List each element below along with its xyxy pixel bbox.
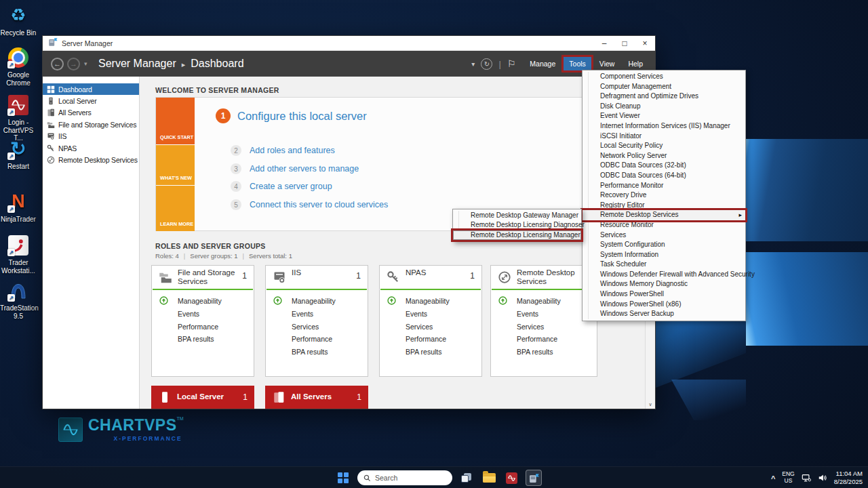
back-icon[interactable]: ← (51, 58, 64, 70)
card-row-performance[interactable]: Performance (491, 333, 597, 346)
close-button[interactable]: × (635, 36, 655, 51)
sidebar-item-iis[interactable]: IIS (43, 131, 139, 142)
menubar-item-view[interactable]: View (594, 57, 620, 70)
tools-menu-item-local-security-policy[interactable]: Local Security Policy (583, 141, 745, 151)
role-card-header[interactable]: IIS1 (266, 266, 368, 289)
tools-menu-item-defragment-and-optimize-drives[interactable]: Defragment and Optimize Drives (583, 92, 745, 102)
tools-menu-item-resource-monitor[interactable]: Resource Monitor (583, 220, 745, 230)
welcome-step-configure-this-local-server[interactable]: 1Configure this local server (216, 108, 367, 123)
tools-menu-item-internet-information-services-iis-manager[interactable]: Internet Information Services (IIS) Mana… (583, 121, 745, 131)
search-input[interactable] (375, 474, 443, 482)
sidebar-item-local-server[interactable]: Local Server (43, 95, 139, 106)
card-row-bpa-results[interactable]: BPA results (152, 333, 254, 346)
sidebar-item-npas[interactable]: NPAS (43, 142, 139, 154)
tools-menu-item-windows-powershell[interactable]: Windows PowerShell (583, 289, 745, 300)
card-row-services[interactable]: Services (266, 320, 368, 333)
notifications-dropdown-icon[interactable]: ▾ (471, 60, 475, 68)
tools-menu-item-system-configuration[interactable]: System Configuration (583, 240, 745, 250)
submenu-item-remote-desktop-gateway-manager[interactable]: Remote Desktop Gateway Manager (453, 211, 581, 220)
tools-menu-item-task-scheduler[interactable]: Task Scheduler (583, 260, 745, 270)
desktop-icon-recycle-bin[interactable]: ♻Recycle Bin (0, 4, 37, 37)
start-button[interactable] (335, 470, 351, 486)
submenu-item-remote-desktop-licensing-diagnoser[interactable]: Remote Desktop Licensing Diagnoser (453, 220, 581, 230)
language-indicator[interactable]: ENG US (782, 471, 794, 485)
sidebar-item-all-servers[interactable]: All Servers (43, 107, 139, 119)
role-card-header[interactable]: NPAS1 (380, 266, 481, 289)
card-row-events[interactable]: Events (380, 308, 481, 321)
role-card-header[interactable]: File and Storage Services1 (152, 266, 254, 289)
card-row-manageability[interactable]: Manageability (266, 295, 368, 308)
card-row-manageability[interactable]: Manageability (152, 295, 254, 308)
tray-chevron-icon[interactable]: ^ (771, 474, 775, 483)
tools-menu-item-iscsi-initiator[interactable]: iSCSI Initiator (583, 131, 745, 142)
tools-menu-item-network-policy-server[interactable]: Network Policy Server (583, 151, 745, 161)
tools-menu-item-windows-powershell-x86[interactable]: Windows PowerShell (x86) (583, 300, 745, 310)
submenu-item-remote-desktop-licensing-manager[interactable]: Remote Desktop Licensing Manager (453, 230, 581, 240)
menubar-item-help[interactable]: Help (623, 57, 648, 70)
step-link[interactable]: Create a server group (250, 182, 332, 191)
card-row-manageability[interactable]: Manageability (380, 295, 481, 308)
card-row-events[interactable]: Events (266, 308, 368, 321)
tools-menu-item-remote-desktop-services[interactable]: Remote Desktop Services▸ (583, 210, 745, 220)
step-link[interactable]: Configure this local server (237, 110, 367, 123)
tools-menu-item-recovery-drive[interactable]: Recovery Drive (583, 190, 745, 201)
notifications-flag-icon[interactable]: ⚐ (507, 58, 516, 69)
card-row-bpa-results[interactable]: BPA results (491, 346, 597, 359)
status-card-local-server[interactable]: Local Server1 (151, 386, 254, 409)
tools-menu-item-event-viewer[interactable]: Event Viewer (583, 111, 745, 121)
tools-menu-item-disk-cleanup[interactable]: Disk Cleanup (583, 102, 745, 112)
desktop-icon-login-chartvps-t[interactable]: ↗Login - ChartVPS T... (0, 94, 37, 142)
welcome-step-create-a-server-group[interactable]: 4Create a server group (231, 181, 332, 192)
welcome-step-add-other-servers-to-manage[interactable]: 3Add other servers to manage (231, 163, 359, 174)
scroll-down-icon[interactable]: ∨ (646, 402, 655, 407)
step-link[interactable]: Add other servers to manage (250, 164, 359, 174)
clock[interactable]: 11:04 AM 8/28/2025 (834, 470, 863, 487)
tools-menu-item-component-services[interactable]: Component Services (583, 72, 745, 82)
desktop-icon-trader-workstati[interactable]: ↗Trader Workstati... (0, 234, 37, 274)
tools-menu-item-windows-memory-diagnostic[interactable]: Windows Memory Diagnostic (583, 279, 745, 289)
welcome-step-add-roles-and-features[interactable]: 2Add roles and features (231, 145, 335, 156)
card-row-bpa-results[interactable]: BPA results (380, 346, 481, 359)
sidebar-item-file-and-storage-services[interactable]: File and Storage Services▷ (43, 119, 139, 130)
card-row-services[interactable]: Services (491, 320, 597, 333)
sidebar-item-remote-desktop-services[interactable]: Remote Desktop Services▷ (43, 154, 139, 165)
tools-menu-item-system-information[interactable]: System Information (583, 250, 745, 260)
tools-menu-item-windows-defender-firewall-with-advanced-security[interactable]: Windows Defender Firewall with Advanced … (583, 270, 745, 280)
card-row-performance[interactable]: Performance (380, 333, 481, 346)
forward-icon[interactable]: → (67, 58, 80, 70)
tools-menu-item-services[interactable]: Services (583, 230, 745, 241)
desktop-icon-tradestation-9-5[interactable]: ↗TradeStation 9.5 (0, 279, 37, 320)
card-row-services[interactable]: Services (380, 320, 481, 333)
chartvps-taskbar-button[interactable] (503, 470, 519, 486)
desktop-icon-restart[interactable]: ↻↗Restart (0, 138, 37, 171)
card-row-events[interactable]: Events (152, 308, 254, 321)
refresh-icon[interactable]: ↻ (481, 58, 492, 70)
sidebar-item-dashboard[interactable]: Dashboard (43, 83, 139, 95)
card-row-performance[interactable]: Performance (266, 333, 368, 346)
step-link[interactable]: Add roles and features (250, 146, 335, 155)
network-icon[interactable] (802, 473, 811, 483)
card-row-bpa-results[interactable]: BPA results (266, 346, 368, 359)
minimize-button[interactable]: – (594, 36, 614, 51)
status-card-all-servers[interactable]: All Servers1 (265, 386, 368, 409)
card-row-manageability[interactable]: Manageability (491, 295, 597, 308)
task-view-button[interactable] (458, 470, 475, 486)
file-explorer-button[interactable] (481, 470, 497, 486)
desktop-icon-google-chrome[interactable]: ↗Google Chrome (0, 46, 37, 87)
history-dropdown-icon[interactable]: ▾ (84, 60, 87, 67)
volume-icon[interactable] (818, 473, 827, 483)
tools-menu-item-performance-monitor[interactable]: Performance Monitor (583, 181, 745, 191)
server-manager-taskbar-button[interactable] (526, 470, 542, 486)
card-row-events[interactable]: Events (491, 308, 597, 321)
step-link[interactable]: Connect this server to cloud services (250, 200, 388, 209)
menubar-item-manage[interactable]: Manage (524, 57, 561, 70)
tools-menu-item-computer-management[interactable]: Computer Management (583, 82, 745, 92)
card-row-performance[interactable]: Performance (152, 320, 254, 333)
tools-menu-item-odbc-data-sources-64-bit[interactable]: ODBC Data Sources (64-bit) (583, 171, 745, 181)
tools-menu-item-registry-editor[interactable]: Registry Editor (583, 201, 745, 211)
welcome-step-connect-this-server-to-cloud-services[interactable]: 5Connect this server to cloud services (231, 199, 388, 210)
tools-menu-item-odbc-data-sources-32-bit[interactable]: ODBC Data Sources (32-bit) (583, 161, 745, 171)
tools-menu-item-windows-server-backup[interactable]: Windows Server Backup (583, 309, 745, 319)
menubar-item-tools[interactable]: Tools (564, 57, 591, 70)
maximize-button[interactable]: □ (614, 36, 635, 51)
